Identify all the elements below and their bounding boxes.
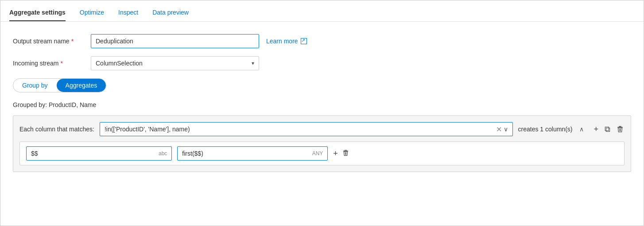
pattern-input-wrapper[interactable]: ✕ ∨ xyxy=(100,122,513,136)
pattern-dropdown-icon[interactable]: ∨ xyxy=(504,126,508,133)
sub-delete-button[interactable] xyxy=(342,149,349,158)
copy-row-button[interactable]: ⧉ xyxy=(604,124,611,135)
sub-column-type: abc xyxy=(159,150,167,157)
main-content: Output stream name * Learn more Incoming… xyxy=(0,22,644,181)
tab-optimize[interactable]: Optimize xyxy=(80,4,104,21)
pattern-input[interactable] xyxy=(105,126,493,133)
sub-column-input[interactable] xyxy=(31,150,155,157)
required-star-incoming: * xyxy=(60,60,62,67)
incoming-stream-select-wrapper[interactable]: ColumnSelection ▾ xyxy=(91,56,259,70)
group-by-toggle[interactable]: Group by xyxy=(13,79,57,92)
output-stream-label: Output stream name * xyxy=(13,38,84,45)
aggregates-toggle[interactable]: Aggregates xyxy=(57,79,106,92)
each-col-row: Each column that matches: ✕ ∨ creates 1 … xyxy=(19,122,625,136)
tab-data-preview[interactable]: Data preview xyxy=(152,4,189,21)
sub-expr-input-wrapper[interactable]: ANY xyxy=(177,146,328,161)
svg-rect-5 xyxy=(343,150,348,151)
sub-add-button[interactable]: + xyxy=(333,149,338,158)
chevron-up-icon[interactable]: ∧ xyxy=(579,126,584,133)
pattern-clear-icon[interactable]: ✕ xyxy=(496,125,502,134)
external-link-icon xyxy=(301,38,307,44)
tab-inspect[interactable]: Inspect xyxy=(118,4,138,21)
incoming-stream-row: Incoming stream * ColumnSelection ▾ xyxy=(13,56,631,70)
sub-column-input-wrapper[interactable]: abc xyxy=(26,146,172,161)
incoming-stream-select[interactable]: ColumnSelection xyxy=(91,57,259,70)
each-col-label: Each column that matches: xyxy=(19,126,94,133)
creates-col-text: creates 1 column(s) xyxy=(518,126,573,133)
aggregate-container: Each column that matches: ✕ ∨ creates 1 … xyxy=(13,115,631,172)
toggle-group: Group by Aggregates xyxy=(13,78,106,92)
sub-row-container: abc ANY + xyxy=(19,142,625,165)
output-stream-row: Output stream name * Learn more xyxy=(13,34,631,48)
sub-expr-input[interactable] xyxy=(182,150,308,157)
incoming-stream-label: Incoming stream * xyxy=(13,60,84,67)
svg-rect-4 xyxy=(345,149,347,150)
sub-expr-type: ANY xyxy=(312,150,323,157)
required-star-output: * xyxy=(71,38,74,45)
add-row-button[interactable]: + xyxy=(593,124,599,135)
sub-action-icons: + xyxy=(333,149,349,158)
learn-more-link[interactable]: Learn more xyxy=(266,38,307,45)
output-stream-input[interactable] xyxy=(91,34,259,48)
svg-rect-0 xyxy=(619,126,621,127)
delete-row-button[interactable] xyxy=(616,125,625,134)
svg-rect-1 xyxy=(617,127,623,128)
tab-aggregate-settings[interactable]: Aggregate settings xyxy=(9,4,66,21)
grouped-by-label: Grouped by: ProductID, Name xyxy=(13,101,631,108)
tab-bar: Aggregate settings Optimize Inspect Data… xyxy=(0,0,644,22)
row-action-icons: + ⧉ xyxy=(593,124,625,135)
